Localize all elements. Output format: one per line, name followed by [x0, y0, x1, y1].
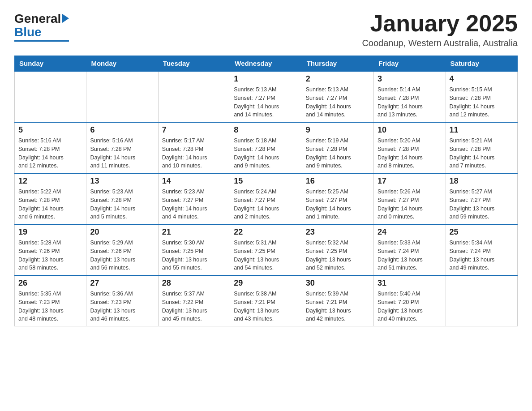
day-info: Sunrise: 5:29 AM Sunset: 7:26 PM Dayligh…: [90, 239, 154, 272]
calendar-cell: 24Sunrise: 5:33 AM Sunset: 7:24 PM Dayli…: [374, 224, 446, 275]
day-info: Sunrise: 5:33 AM Sunset: 7:24 PM Dayligh…: [378, 239, 442, 272]
day-info: Sunrise: 5:17 AM Sunset: 7:28 PM Dayligh…: [162, 137, 226, 170]
day-number: 15: [234, 176, 298, 186]
calendar-cell: 4Sunrise: 5:15 AM Sunset: 7:28 PM Daylig…: [446, 71, 517, 122]
day-number: 18: [450, 176, 514, 186]
calendar-cell: 5Sunrise: 5:16 AM Sunset: 7:28 PM Daylig…: [15, 122, 86, 173]
calendar-cell: 7Sunrise: 5:17 AM Sunset: 7:28 PM Daylig…: [158, 122, 230, 173]
calendar-cell: 6Sunrise: 5:16 AM Sunset: 7:28 PM Daylig…: [86, 122, 158, 173]
subtitle: Coodanup, Western Australia, Australia: [362, 38, 518, 48]
calendar-week-1: 1Sunrise: 5:13 AM Sunset: 7:27 PM Daylig…: [15, 71, 518, 122]
calendar-week-4: 19Sunrise: 5:28 AM Sunset: 7:26 PM Dayli…: [15, 224, 518, 275]
day-info: Sunrise: 5:40 AM Sunset: 7:20 PM Dayligh…: [378, 290, 442, 323]
day-number: 28: [162, 278, 226, 288]
day-info: Sunrise: 5:16 AM Sunset: 7:28 PM Dayligh…: [90, 137, 154, 170]
calendar-cell: 31Sunrise: 5:40 AM Sunset: 7:20 PM Dayli…: [374, 275, 446, 326]
day-number: 19: [18, 227, 82, 237]
calendar-cell: [446, 275, 517, 326]
day-info: Sunrise: 5:36 AM Sunset: 7:23 PM Dayligh…: [90, 290, 154, 323]
day-info: Sunrise: 5:22 AM Sunset: 7:28 PM Dayligh…: [18, 188, 82, 221]
day-number: 12: [18, 176, 82, 186]
calendar-cell: 8Sunrise: 5:18 AM Sunset: 7:28 PM Daylig…: [230, 122, 302, 173]
calendar-cell: [86, 71, 158, 122]
day-info: Sunrise: 5:13 AM Sunset: 7:27 PM Dayligh…: [234, 86, 298, 119]
day-number: 25: [450, 227, 514, 237]
day-header-wednesday: Wednesday: [230, 56, 302, 72]
calendar-cell: 30Sunrise: 5:39 AM Sunset: 7:21 PM Dayli…: [302, 275, 373, 326]
day-info: Sunrise: 5:30 AM Sunset: 7:25 PM Dayligh…: [162, 239, 226, 272]
day-number: 4: [450, 74, 514, 84]
calendar-cell: 22Sunrise: 5:31 AM Sunset: 7:25 PM Dayli…: [230, 224, 302, 275]
day-number: 21: [162, 227, 226, 237]
calendar-cell: 9Sunrise: 5:19 AM Sunset: 7:28 PM Daylig…: [302, 122, 373, 173]
day-info: Sunrise: 5:20 AM Sunset: 7:28 PM Dayligh…: [378, 137, 442, 170]
calendar-table: SundayMondayTuesdayWednesdayThursdayFrid…: [14, 56, 518, 326]
calendar-cell: 10Sunrise: 5:20 AM Sunset: 7:28 PM Dayli…: [374, 122, 446, 173]
calendar-cell: 27Sunrise: 5:36 AM Sunset: 7:23 PM Dayli…: [86, 275, 158, 326]
calendar-cell: 25Sunrise: 5:34 AM Sunset: 7:24 PM Dayli…: [446, 224, 517, 275]
day-info: Sunrise: 5:25 AM Sunset: 7:27 PM Dayligh…: [306, 188, 370, 221]
day-header-friday: Friday: [374, 56, 446, 72]
day-info: Sunrise: 5:35 AM Sunset: 7:23 PM Dayligh…: [18, 290, 82, 323]
day-info: Sunrise: 5:34 AM Sunset: 7:24 PM Dayligh…: [450, 239, 514, 272]
day-number: 1: [234, 74, 298, 84]
day-number: 13: [90, 176, 154, 186]
day-info: Sunrise: 5:13 AM Sunset: 7:27 PM Dayligh…: [306, 86, 370, 119]
calendar-cell: 18Sunrise: 5:27 AM Sunset: 7:27 PM Dayli…: [446, 173, 517, 224]
main-title: January 2025: [362, 11, 518, 36]
day-info: Sunrise: 5:31 AM Sunset: 7:25 PM Dayligh…: [234, 239, 298, 272]
calendar-cell: 20Sunrise: 5:29 AM Sunset: 7:26 PM Dayli…: [86, 224, 158, 275]
day-number: 8: [234, 125, 298, 135]
logo-general-text: General: [14, 13, 61, 25]
calendar-cell: 2Sunrise: 5:13 AM Sunset: 7:27 PM Daylig…: [302, 71, 373, 122]
calendar-week-5: 26Sunrise: 5:35 AM Sunset: 7:23 PM Dayli…: [15, 275, 518, 326]
calendar-cell: 26Sunrise: 5:35 AM Sunset: 7:23 PM Dayli…: [15, 275, 86, 326]
day-number: 24: [378, 227, 442, 237]
calendar-cell: 21Sunrise: 5:30 AM Sunset: 7:25 PM Dayli…: [158, 224, 230, 275]
header-row: SundayMondayTuesdayWednesdayThursdayFrid…: [15, 56, 518, 72]
day-info: Sunrise: 5:23 AM Sunset: 7:27 PM Dayligh…: [162, 188, 226, 221]
calendar-header: SundayMondayTuesdayWednesdayThursdayFrid…: [15, 56, 518, 72]
day-number: 27: [90, 278, 154, 288]
day-info: Sunrise: 5:26 AM Sunset: 7:27 PM Dayligh…: [378, 188, 442, 221]
day-info: Sunrise: 5:38 AM Sunset: 7:21 PM Dayligh…: [234, 290, 298, 323]
calendar-body: 1Sunrise: 5:13 AM Sunset: 7:27 PM Daylig…: [15, 71, 518, 326]
day-header-saturday: Saturday: [446, 56, 517, 72]
calendar-cell: 12Sunrise: 5:22 AM Sunset: 7:28 PM Dayli…: [15, 173, 86, 224]
logo: General Blue: [14, 13, 69, 42]
day-header-monday: Monday: [86, 56, 158, 72]
day-number: 9: [306, 125, 370, 135]
day-info: Sunrise: 5:32 AM Sunset: 7:25 PM Dayligh…: [306, 239, 370, 272]
day-number: 29: [234, 278, 298, 288]
calendar-cell: 29Sunrise: 5:38 AM Sunset: 7:21 PM Dayli…: [230, 275, 302, 326]
day-info: Sunrise: 5:15 AM Sunset: 7:28 PM Dayligh…: [450, 86, 514, 119]
day-info: Sunrise: 5:19 AM Sunset: 7:28 PM Dayligh…: [306, 137, 370, 170]
day-info: Sunrise: 5:23 AM Sunset: 7:28 PM Dayligh…: [90, 188, 154, 221]
day-info: Sunrise: 5:28 AM Sunset: 7:26 PM Dayligh…: [18, 239, 82, 272]
calendar-week-3: 12Sunrise: 5:22 AM Sunset: 7:28 PM Dayli…: [15, 173, 518, 224]
day-number: 7: [162, 125, 226, 135]
day-info: Sunrise: 5:39 AM Sunset: 7:21 PM Dayligh…: [306, 290, 370, 323]
calendar-cell: 17Sunrise: 5:26 AM Sunset: 7:27 PM Dayli…: [374, 173, 446, 224]
day-number: 3: [378, 74, 442, 84]
calendar-cell: [15, 71, 86, 122]
day-number: 22: [234, 227, 298, 237]
day-number: 30: [306, 278, 370, 288]
calendar-cell: 16Sunrise: 5:25 AM Sunset: 7:27 PM Dayli…: [302, 173, 373, 224]
day-info: Sunrise: 5:18 AM Sunset: 7:28 PM Dayligh…: [234, 137, 298, 170]
logo-triangle-icon: [62, 14, 69, 23]
day-number: 10: [378, 125, 442, 135]
day-number: 31: [378, 278, 442, 288]
calendar-cell: 19Sunrise: 5:28 AM Sunset: 7:26 PM Dayli…: [15, 224, 86, 275]
calendar-cell: 13Sunrise: 5:23 AM Sunset: 7:28 PM Dayli…: [86, 173, 158, 224]
calendar-cell: 1Sunrise: 5:13 AM Sunset: 7:27 PM Daylig…: [230, 71, 302, 122]
day-number: 2: [306, 74, 370, 84]
day-number: 26: [18, 278, 82, 288]
calendar-cell: [158, 71, 230, 122]
day-number: 6: [90, 125, 154, 135]
logo-underline: [14, 40, 69, 42]
calendar-cell: 11Sunrise: 5:21 AM Sunset: 7:28 PM Dayli…: [446, 122, 517, 173]
page-header: General Blue January 2025 Coodanup, West…: [14, 11, 518, 48]
day-info: Sunrise: 5:37 AM Sunset: 7:22 PM Dayligh…: [162, 290, 226, 323]
day-number: 20: [90, 227, 154, 237]
